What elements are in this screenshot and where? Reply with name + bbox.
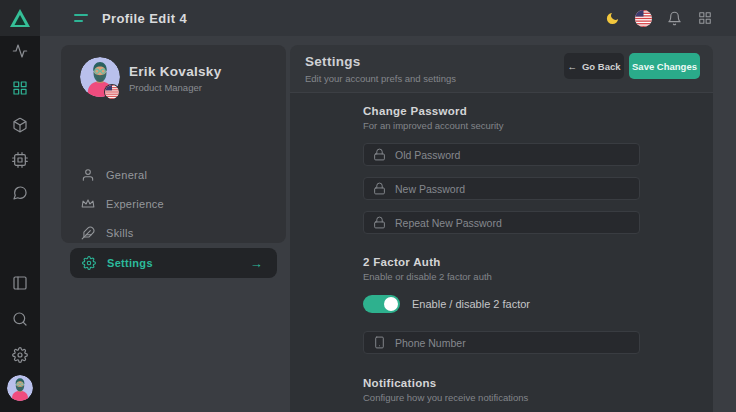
repeat-password-input[interactable] xyxy=(395,217,630,229)
arrow-left-icon: ← xyxy=(567,61,577,72)
menu-item-experience[interactable]: Experience xyxy=(81,194,266,214)
moon-icon[interactable] xyxy=(603,9,621,27)
two-factor-section-title: 2 Factor Auth xyxy=(363,256,441,268)
icon-sidebar xyxy=(0,0,40,412)
cpu-icon[interactable] xyxy=(0,148,40,172)
lock-icon xyxy=(373,216,386,229)
triangle-logo-icon xyxy=(10,9,30,27)
two-factor-toggle[interactable] xyxy=(363,295,400,313)
bell-icon[interactable] xyxy=(665,9,683,27)
new-password-field[interactable] xyxy=(363,177,640,200)
two-factor-toggle-label: Enable / disable 2 factor xyxy=(412,298,530,310)
password-section-subtitle: For an improved account security xyxy=(363,120,503,131)
two-factor-toggle-row: Enable / disable 2 factor xyxy=(363,295,530,313)
crown-icon xyxy=(81,197,95,211)
profile-card: Erik Kovalsky Product Manager General Ex… xyxy=(61,45,286,243)
menu-item-label: Skills xyxy=(106,227,133,239)
settings-panel-body: Change Password For an improved account … xyxy=(290,93,713,412)
phone-number-input[interactable] xyxy=(395,337,630,349)
go-back-button[interactable]: ← Go Back xyxy=(564,53,624,79)
new-password-input[interactable] xyxy=(395,183,630,195)
settings-subtitle: Edit your account prefs and settings xyxy=(305,73,456,84)
two-factor-section-subtitle: Enable or disable 2 factor auth xyxy=(363,271,492,282)
dashboard-grid-icon[interactable] xyxy=(0,76,40,100)
page-title: Profile Edit 4 xyxy=(102,11,187,26)
user-icon xyxy=(81,168,95,182)
search-icon[interactable] xyxy=(0,307,40,331)
save-changes-button[interactable]: Save Changes xyxy=(629,53,700,79)
app-logo[interactable] xyxy=(0,0,40,36)
activity-icon[interactable] xyxy=(0,39,40,63)
menu-item-skills[interactable]: Skills xyxy=(81,223,266,243)
menu-toggle-icon[interactable] xyxy=(74,12,90,24)
profile-name: Erik Kovalsky xyxy=(129,64,221,79)
top-header-bar: Profile Edit 4 xyxy=(40,0,736,36)
settings-title: Settings xyxy=(305,54,361,69)
menu-item-label: General xyxy=(106,169,147,181)
notifications-section-title: Notifications xyxy=(363,377,437,389)
lock-icon xyxy=(373,148,386,161)
avatar-illustration xyxy=(7,375,33,401)
chat-icon[interactable] xyxy=(0,181,40,205)
feather-icon xyxy=(81,226,95,240)
phone-number-field[interactable] xyxy=(363,331,640,354)
profile-edit-page: { "header": { "title": "Profile Edit 4",… xyxy=(0,0,736,412)
password-section-title: Change Password xyxy=(363,105,467,117)
menu-item-label: Settings xyxy=(107,257,153,269)
old-password-input[interactable] xyxy=(395,149,630,161)
gear-icon xyxy=(82,256,96,270)
profile-role: Product Manager xyxy=(129,82,202,93)
toggle-knob xyxy=(384,297,398,311)
arrow-right-icon: → xyxy=(250,256,263,271)
lock-icon xyxy=(373,182,386,195)
country-flag-badge xyxy=(105,85,119,99)
gear-icon[interactable] xyxy=(0,343,40,367)
us-flag-icon[interactable] xyxy=(634,9,652,27)
old-password-field[interactable] xyxy=(363,143,640,166)
menu-item-label: Experience xyxy=(106,198,164,210)
go-back-label: Go Back xyxy=(582,61,621,72)
user-avatar[interactable] xyxy=(7,375,33,401)
smartphone-icon xyxy=(373,336,386,349)
package-icon[interactable] xyxy=(0,113,40,137)
grid-icon[interactable] xyxy=(696,9,714,27)
layout-icon[interactable] xyxy=(0,271,40,295)
menu-item-general[interactable]: General xyxy=(81,165,266,185)
notifications-section-subtitle: Configure how you receive notifications xyxy=(363,392,528,403)
settings-panel-header: Settings Edit your account prefs and set… xyxy=(290,45,713,93)
menu-item-settings-active[interactable]: Settings → xyxy=(70,248,277,278)
header-actions xyxy=(603,9,736,27)
repeat-password-field[interactable] xyxy=(363,211,640,234)
